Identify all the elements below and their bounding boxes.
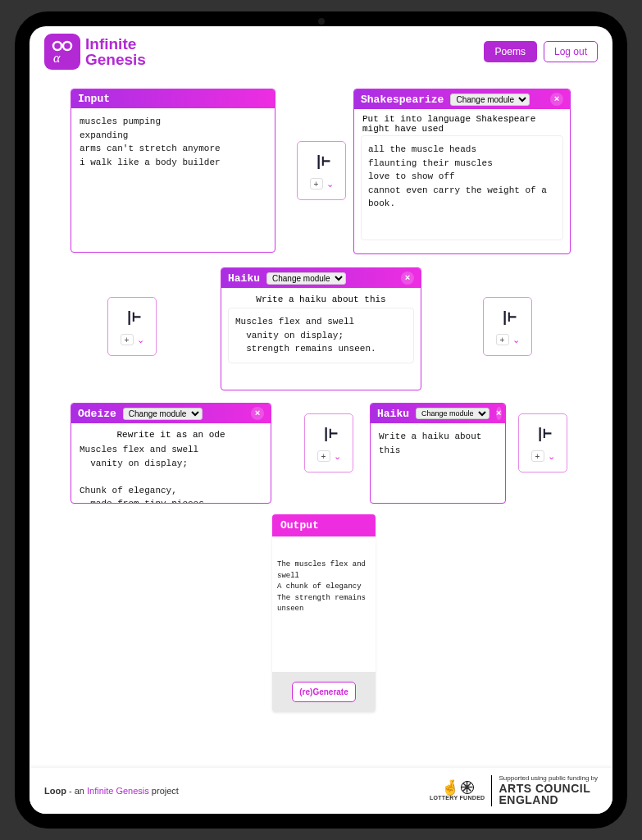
- brand-line2: Genesis: [85, 52, 146, 67]
- pipe-add-button[interactable]: +: [121, 334, 134, 345]
- module-haiku2: Haiku Change module × Write a haiku abou…: [370, 403, 506, 504]
- module-haiku1-title: Haiku: [228, 272, 260, 285]
- arts-council-logo: 🤞 ✳ LOTTERY FUNDED Supported using publi…: [430, 775, 598, 806]
- module-shakespearize-title: Shakespearize: [361, 94, 444, 106]
- tablet-camera: [318, 18, 325, 25]
- pipe-icon: |⊢: [500, 308, 515, 326]
- close-icon[interactable]: ×: [251, 407, 264, 420]
- pipe-icon: |⊢: [535, 424, 550, 442]
- close-icon[interactable]: ×: [496, 407, 502, 420]
- arts-council-line2: ENGLAND: [499, 794, 598, 806]
- module-haiku2-select[interactable]: Change module: [416, 408, 489, 419]
- pipe-icon: |⊢: [321, 424, 336, 442]
- pipe-add-button[interactable]: +: [531, 450, 544, 462]
- lottery-icon: 🤞: [441, 780, 459, 795]
- app-header: α Infinite Genesis Poems Log out: [30, 26, 612, 71]
- module-output-title: Output: [272, 514, 376, 536]
- pipe-caret-icon[interactable]: ⌄: [548, 451, 555, 462]
- pipe-caret-icon[interactable]: ⌄: [512, 335, 520, 345]
- pipe-box-2: |⊢ + ⌄: [107, 297, 157, 356]
- footer-link[interactable]: Infinite Genesis: [87, 786, 149, 796]
- module-odeize-select[interactable]: Change module: [123, 408, 203, 420]
- pipe-box-1: |⊢ + ⌄: [297, 141, 346, 200]
- poems-button[interactable]: Poems: [484, 41, 537, 62]
- module-shakespearize-desc: Put it into language Shakespeare might h…: [354, 109, 570, 135]
- brand-logo[interactable]: α Infinite Genesis: [44, 34, 146, 70]
- module-odeize-body[interactable]: Muscles flex and swell vanity on display…: [71, 443, 271, 504]
- logout-button[interactable]: Log out: [544, 41, 598, 62]
- pipe-add-button[interactable]: +: [496, 334, 509, 345]
- module-odeize-header: Odeize Change module ×: [71, 404, 271, 423]
- svg-text:α: α: [53, 51, 61, 65]
- module-odeize-desc: Rewrite it as an ode: [71, 423, 271, 443]
- module-haiku1: Haiku Change module × Write a haiku abou…: [221, 267, 421, 390]
- pipe-box-4: |⊢ + ⌄: [304, 413, 353, 472]
- module-haiku1-header: Haiku Change module ×: [221, 268, 421, 288]
- module-haiku2-title: Haiku: [377, 408, 409, 420]
- module-haiku2-header: Haiku Change module ×: [371, 404, 505, 423]
- module-output-body: The muscles flex and swell A chunk of el…: [272, 536, 376, 672]
- close-icon[interactable]: ×: [550, 93, 563, 106]
- pipe-add-button[interactable]: +: [317, 450, 330, 462]
- pipe-caret-icon[interactable]: ⌄: [326, 179, 334, 189]
- module-shakespearize-header: Shakespearize Change module ×: [354, 89, 570, 109]
- svg-point-0: [53, 42, 61, 50]
- pluscircle-icon: ✳: [461, 781, 474, 794]
- module-haiku1-desc: Write a haiku about this: [221, 288, 421, 308]
- module-input-body[interactable]: muscles pumping expanding arms can't str…: [71, 108, 275, 251]
- pipe-icon: |⊢: [125, 308, 139, 326]
- module-input-header: Input: [71, 89, 275, 108]
- svg-point-1: [63, 42, 71, 50]
- pipe-box-3: |⊢ + ⌄: [483, 297, 532, 356]
- module-odeize: Odeize Change module × Rewrite it as an …: [71, 403, 271, 504]
- module-shakespearize: Shakespearize Change module × Put it int…: [353, 89, 571, 254]
- pipe-caret-icon[interactable]: ⌄: [137, 335, 144, 345]
- footer: Loop - an Infinite Genesis project 🤞 ✳ L…: [30, 768, 612, 814]
- pipe-icon: |⊢: [314, 152, 329, 170]
- regenerate-button[interactable]: (re)Generate: [292, 682, 355, 702]
- module-haiku1-body[interactable]: Muscles flex and swell vanity on display…: [228, 308, 414, 363]
- footer-suffix: project: [149, 786, 179, 796]
- arts-council-line1: ARTS COUNCIL: [499, 783, 598, 795]
- lottery-text: LOTTERY FUNDED: [430, 795, 485, 801]
- close-icon[interactable]: ×: [401, 272, 414, 285]
- footer-middle: - an: [66, 786, 87, 796]
- brand-line1: Infinite: [85, 36, 146, 52]
- module-input-title: Input: [78, 93, 110, 105]
- module-shakespearize-select[interactable]: Change module: [450, 94, 530, 106]
- module-input: Input muscles pumping expanding arms can…: [71, 89, 275, 253]
- pipe-caret-icon[interactable]: ⌄: [334, 451, 341, 462]
- pipe-box-5: |⊢ + ⌄: [518, 413, 567, 472]
- module-haiku1-select[interactable]: Change module: [266, 272, 346, 285]
- module-odeize-title: Odeize: [78, 408, 116, 420]
- module-output: Output The muscles flex and swell A chun…: [272, 514, 376, 712]
- module-shakespearize-body[interactable]: all the muscle heads flaunting their mus…: [361, 135, 563, 240]
- footer-app-name: Loop: [44, 786, 66, 796]
- module-haiku2-desc: Write a haiku about this: [371, 423, 505, 463]
- brand-logo-icon: α: [44, 34, 80, 70]
- pipe-add-button[interactable]: +: [310, 178, 323, 189]
